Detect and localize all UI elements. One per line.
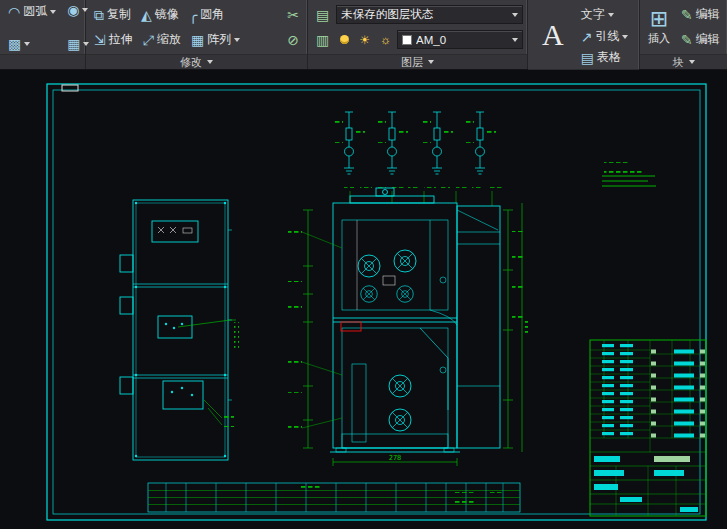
block-label-text: 块 xyxy=(673,55,684,70)
mtext-button[interactable]: 文字 xyxy=(577,5,618,24)
freeze-sun-icon: ☼ xyxy=(380,34,391,46)
layers-label-text: 图层 xyxy=(401,55,423,70)
chevron-down-icon xyxy=(512,38,518,42)
text-button[interactable]: A xyxy=(532,2,574,67)
copy-label: 复制 xyxy=(107,6,131,23)
panel-layers-label[interactable]: 图层 xyxy=(308,54,527,69)
layer-states-button[interactable]: ▥ xyxy=(312,32,333,48)
panel-block: ⊞ 插入 ✎ 编辑 ✎ 编辑 块 xyxy=(640,0,727,69)
hatch-button[interactable]: ▩ xyxy=(4,36,60,52)
layer-thaw-button[interactable]: ☀ xyxy=(355,33,374,47)
mirror-label: 镜像 xyxy=(155,6,179,23)
hatch-icon: ▩ xyxy=(8,37,21,51)
chevron-down-icon xyxy=(24,42,30,46)
cad-viewport[interactable]: 278 xyxy=(0,70,727,529)
erase-button[interactable]: ⊘ xyxy=(283,32,303,48)
cad-canvas[interactable]: 278 xyxy=(0,70,727,529)
chevron-down-icon xyxy=(428,60,434,64)
trim-button[interactable]: ✂ xyxy=(283,7,303,23)
panel-block-label[interactable]: 块 xyxy=(640,54,727,69)
chevron-down-icon xyxy=(50,10,56,14)
edit-icon: ✎ xyxy=(681,8,693,22)
lightbulb-icon xyxy=(340,35,349,44)
leader-label: 引线 xyxy=(595,28,619,45)
insert-icon: ⊞ xyxy=(650,8,668,30)
text-label: 文字 xyxy=(581,6,605,23)
stretch-icon: ⇲ xyxy=(94,33,106,47)
panel-draw: ◠ 圆弧 ▩ ◉ ▦ xyxy=(0,0,86,69)
erase-icon: ⊘ xyxy=(287,33,299,47)
layer-freeze-button[interactable]: ☼ xyxy=(376,33,395,47)
fillet-label: 圆角 xyxy=(200,6,224,23)
fillet-button[interactable]: ╭ 圆角 xyxy=(185,5,228,24)
copy-icon: ⧉ xyxy=(94,8,104,22)
edit-attribute-icon: ✎ xyxy=(681,33,693,47)
insert-button[interactable]: ⊞ 插入 xyxy=(644,2,674,52)
chevron-down-icon xyxy=(207,60,213,64)
edit-block-label: 编辑 xyxy=(696,6,720,23)
leader-button[interactable]: ↗ 引线 xyxy=(577,27,633,46)
dimension-width-text: 278 xyxy=(389,454,402,462)
layer-properties-button[interactable]: ▤ xyxy=(312,7,333,23)
leader-icon: ↗ xyxy=(581,30,593,44)
arc-label: 圆弧 xyxy=(23,3,47,20)
array-button[interactable]: ▦ 阵列 xyxy=(187,30,244,49)
chevron-down-icon xyxy=(512,13,518,17)
panel-annotate: A 文字 ↗ 引线 ▤ 表格 xyxy=(528,0,640,69)
trim-icon: ✂ xyxy=(287,8,299,22)
scale-icon: ⤢ xyxy=(143,33,154,47)
edit-block-button[interactable]: ✎ 编辑 xyxy=(677,5,724,24)
stretch-button[interactable]: ⇲ 拉伸 xyxy=(90,30,137,49)
chevron-down-icon xyxy=(234,38,240,42)
edit-attribute-button[interactable]: ✎ 编辑 xyxy=(677,30,724,49)
array-label: 阵列 xyxy=(207,31,231,48)
panel-modify-label[interactable]: 修改 xyxy=(86,54,307,69)
insert-label: 插入 xyxy=(648,31,670,46)
chevron-down-icon xyxy=(622,35,628,39)
current-layer-value: AM_0 xyxy=(416,34,508,46)
chevron-down-icon xyxy=(608,13,614,17)
panel-modify: ⧉ 复制 ◭ 镜像 ╭ 圆角 ✂ xyxy=(86,0,308,69)
ribbon: ◠ 圆弧 ▩ ◉ ▦ xyxy=(0,0,727,70)
table-label: 表格 xyxy=(597,49,621,66)
boundary-icon: ▦ xyxy=(67,37,80,51)
layer-states-icon: ▥ xyxy=(316,33,329,47)
layer-state-value: 未保存的图层状态 xyxy=(341,7,508,22)
current-layer-dropdown[interactable]: AM_0 xyxy=(397,30,523,49)
panel-draw-label[interactable] xyxy=(0,54,85,69)
arc-icon: ◠ xyxy=(8,5,20,19)
scale-label: 缩放 xyxy=(157,31,181,48)
chevron-down-icon xyxy=(689,60,695,64)
scale-button[interactable]: ⤢ 缩放 xyxy=(139,30,185,49)
stretch-label: 拉伸 xyxy=(109,31,133,48)
sun-icon: ☀ xyxy=(359,34,370,46)
edit-attribute-label: 编辑 xyxy=(696,31,720,48)
panel-layers: ▤ ▥ 未保存的图层状态 ☀ xyxy=(308,0,528,69)
mirror-icon: ◭ xyxy=(141,8,152,22)
array-icon: ▦ xyxy=(191,33,204,47)
copy-button[interactable]: ⧉ 复制 xyxy=(90,5,135,24)
arc-button[interactable]: ◠ 圆弧 xyxy=(4,2,60,21)
table-button[interactable]: ▤ 表格 xyxy=(577,48,625,67)
text-icon: A xyxy=(536,20,570,50)
modify-label-text: 修改 xyxy=(180,55,202,70)
layer-state-dropdown[interactable]: 未保存的图层状态 xyxy=(336,5,523,24)
table-icon: ▤ xyxy=(581,51,594,65)
layer-on-button[interactable] xyxy=(336,34,353,45)
layer-color-swatch xyxy=(402,35,412,45)
layer-properties-icon: ▤ xyxy=(316,8,329,22)
mirror-button[interactable]: ◭ 镜像 xyxy=(137,5,183,24)
fillet-icon: ╭ xyxy=(189,8,197,22)
ellipse-icon: ◉ xyxy=(67,3,79,17)
